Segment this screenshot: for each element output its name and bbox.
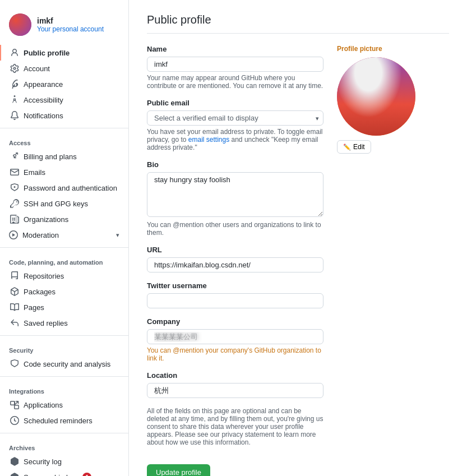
sidebar-label-public-profile: Public profile (24, 49, 70, 57)
sidebar-item-scheduled-reminders[interactable]: Scheduled reminders (0, 413, 128, 428)
sidebar-item-security-log[interactable]: Security log (0, 454, 128, 469)
name-label: Name (147, 45, 323, 53)
mail-icon (10, 168, 19, 177)
name-hint: Your name may appear around GitHub where… (147, 74, 323, 90)
sidebar-item-accessibility[interactable]: Accessibility (0, 92, 128, 108)
pencil-icon: ✏️ (343, 144, 351, 151)
sidebar: imkf Your personal account Public profil… (0, 0, 129, 476)
sidebar-item-repositories[interactable]: Repositories (0, 268, 128, 284)
apps-icon (10, 400, 19, 409)
email-select[interactable]: Select a verified email to display (147, 110, 323, 126)
sidebar-item-billing[interactable]: Billing and plans (0, 149, 128, 164)
code-security-icon (10, 359, 19, 368)
location-field-group: Location (147, 371, 323, 398)
sidebar-item-code-security[interactable]: Code security and analysis (0, 356, 128, 372)
gear-icon (10, 64, 19, 73)
repo-icon (10, 271, 19, 280)
sidebar-item-organizations[interactable]: Organizations (0, 211, 128, 227)
profile-avatar-art (337, 57, 415, 136)
twitter-input[interactable] (147, 293, 323, 308)
access-section-label: Access (0, 133, 128, 149)
person-icon (10, 48, 19, 57)
location-label: Location (147, 371, 323, 380)
sidebar-item-sponsorship-log[interactable]: Sponsorship log 1 (0, 469, 128, 476)
sidebar-label-account: Account (24, 64, 50, 73)
bell-icon (10, 111, 19, 120)
name-input[interactable] (147, 57, 323, 72)
url-input[interactable] (147, 257, 323, 272)
profile-picture-label: Profile picture (337, 45, 449, 53)
bio-label: Bio (147, 160, 323, 169)
sidebar-item-public-profile[interactable]: Public profile (0, 45, 128, 61)
edit-picture-button[interactable]: ✏️ Edit (337, 140, 371, 154)
profile-form: Name Your name may appear around GitHub … (147, 45, 323, 476)
accessibility-icon (10, 95, 19, 104)
company-field-group: Company You can @mention your company's … (147, 317, 323, 362)
package-icon (10, 287, 19, 296)
sidebar-item-password[interactable]: Password and authentication (0, 180, 128, 196)
org-icon (10, 215, 19, 224)
sidebar-label-moderation: Moderation (22, 231, 59, 239)
credit-card-icon (10, 152, 19, 161)
sidebar-label-password: Password and authentication (24, 184, 117, 192)
sidebar-label-emails: Emails (24, 168, 45, 177)
sidebar-label-appearance: Appearance (24, 80, 63, 89)
bio-textarea[interactable]: stay hungry stay foolish (147, 172, 323, 217)
sidebar-item-moderation[interactable]: Moderation ▾ (0, 227, 128, 243)
update-profile-button[interactable]: Update profile (147, 464, 210, 476)
sidebar-label-packages: Packages (24, 288, 56, 296)
email-select-wrapper[interactable]: Select a verified email to display ▾ (147, 110, 323, 126)
sidebar-label-security-log: Security log (24, 457, 62, 466)
code-section-label: Code, planning, and automation (0, 252, 128, 268)
integrations-section-label: Integrations (0, 381, 128, 397)
security-section-label: Security (0, 340, 128, 356)
archives-section-label: Archives (0, 438, 128, 454)
sidebar-label-applications: Applications (24, 401, 63, 409)
reply-icon (10, 318, 19, 327)
sidebar-item-notifications[interactable]: Notifications (0, 108, 128, 123)
sidebar-item-packages[interactable]: Packages (0, 284, 128, 299)
sidebar-item-emails[interactable]: Emails (0, 164, 128, 180)
moderation-icon (9, 230, 18, 239)
url-label: URL (147, 246, 323, 254)
sidebar-label-sponsorship-log: Sponsorship log (24, 473, 76, 477)
twitter-label: Twitter username (147, 281, 323, 290)
bio-hint: You can @mention other users and organiz… (147, 221, 323, 237)
main-content: Public profile Name Your name may appear… (129, 0, 467, 476)
sidebar-item-applications[interactable]: Applications (0, 397, 128, 413)
bio-field-group: Bio stay hungry stay foolish You can @me… (147, 160, 323, 237)
sidebar-label-saved-replies: Saved replies (24, 319, 68, 327)
sidebar-item-saved-replies[interactable]: Saved replies (0, 315, 128, 331)
sidebar-item-account[interactable]: Account (0, 61, 128, 76)
user-subtitle: Your personal account (37, 25, 104, 33)
profile-picture-section: Profile picture ✏️ Edit (337, 45, 449, 476)
username: imkf (37, 16, 104, 25)
profile-picture-container: ✏️ Edit (337, 57, 415, 154)
url-field-group: URL (147, 246, 323, 272)
pages-icon (10, 303, 19, 312)
email-label: Public email (147, 99, 323, 107)
key-icon (10, 199, 19, 208)
sidebar-label-ssh: SSH and GPG keys (24, 200, 88, 208)
twitter-field-group: Twitter username (147, 281, 323, 308)
email-settings-link[interactable]: email settings (188, 136, 229, 144)
sponsorship-log-icon (10, 473, 19, 476)
profile-picture-image (337, 57, 415, 136)
company-input[interactable] (147, 329, 323, 344)
sidebar-item-ssh[interactable]: SSH and GPG keys (0, 196, 128, 211)
edit-label: Edit (353, 143, 365, 151)
sidebar-label-code-security: Code security and analysis (24, 360, 110, 368)
all-fields-hint: All of the fields on this page are optio… (147, 407, 323, 446)
sidebar-item-pages[interactable]: Pages (0, 299, 128, 315)
shield-lock-icon (10, 183, 19, 192)
avatar (9, 13, 31, 36)
name-field-group: Name Your name may appear around GitHub … (147, 45, 323, 90)
sponsorship-badge: 1 (82, 473, 91, 476)
clock-icon (10, 416, 19, 425)
sidebar-label-scheduled-reminders: Scheduled reminders (24, 417, 93, 425)
chevron-down-icon: ▾ (116, 232, 119, 239)
sidebar-item-appearance[interactable]: Appearance (0, 76, 128, 92)
location-input[interactable] (147, 383, 323, 398)
user-header: imkf Your personal account (0, 9, 128, 45)
paintbrush-icon (10, 80, 19, 89)
